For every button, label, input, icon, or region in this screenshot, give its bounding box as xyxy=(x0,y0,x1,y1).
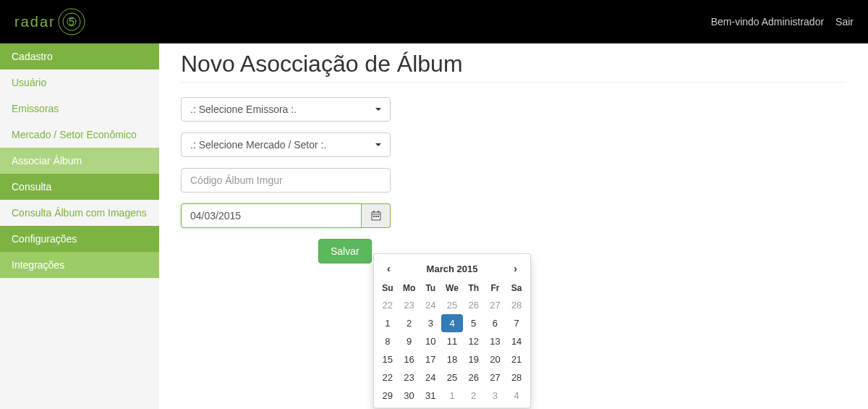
save-button[interactable]: Salvar xyxy=(318,239,372,263)
datepicker-day[interactable]: 14 xyxy=(506,332,527,350)
logo[interactable]: radar 5 xyxy=(14,7,86,36)
sidebar-item[interactable]: Emissoras xyxy=(0,96,159,122)
datepicker-day[interactable]: 25 xyxy=(441,296,463,314)
datepicker-dow: Su xyxy=(377,280,399,296)
emissora-dropdown[interactable]: .: Selecione Emissora :. xyxy=(181,97,391,122)
sidebar-header[interactable]: Cadastro xyxy=(0,43,159,69)
sidebar-item[interactable]: Usuário xyxy=(0,69,159,96)
datepicker-day[interactable]: 6 xyxy=(485,314,506,332)
emissora-dropdown-label: .: Selecione Emissora :. xyxy=(190,104,297,115)
logout-link[interactable]: Sair xyxy=(835,16,854,28)
sidebar-header[interactable]: Configurações xyxy=(0,226,159,252)
datepicker-day[interactable]: 24 xyxy=(420,368,441,387)
date-picker-button[interactable] xyxy=(362,203,391,228)
topbar: radar 5 Bem-vindo Administrador Sair xyxy=(0,0,868,43)
datepicker-dow: Sa xyxy=(506,280,527,296)
datepicker-day[interactable]: 3 xyxy=(420,314,441,332)
datepicker-day[interactable]: 29 xyxy=(377,387,399,405)
sidebar-header[interactable]: Integrações xyxy=(0,252,159,278)
datepicker-day[interactable]: 13 xyxy=(485,332,506,350)
datepicker-day[interactable]: 31 xyxy=(420,387,441,405)
datepicker-day[interactable]: 3 xyxy=(485,387,506,405)
calendar-icon xyxy=(371,211,381,221)
svg-rect-10 xyxy=(378,216,379,217)
radar-icon: 5 xyxy=(57,7,86,36)
svg-rect-9 xyxy=(375,216,377,217)
datepicker-dow: Mo xyxy=(399,280,420,296)
datepicker-day[interactable]: 26 xyxy=(463,296,485,314)
datepicker-day[interactable]: 26 xyxy=(463,368,485,387)
datepicker-day[interactable]: 25 xyxy=(441,368,463,387)
datepicker-day[interactable]: 12 xyxy=(463,332,485,350)
caret-down-icon xyxy=(375,143,381,146)
sidebar-header[interactable]: Consulta xyxy=(0,174,159,200)
datepicker-dow: We xyxy=(441,280,463,296)
datepicker-day[interactable]: 11 xyxy=(441,332,463,350)
datepicker-day[interactable]: 30 xyxy=(399,387,420,405)
datepicker-day[interactable]: 10 xyxy=(420,332,441,350)
datepicker-day[interactable]: 28 xyxy=(506,368,527,387)
sidebar-item[interactable]: Mercado / Setor Econômico xyxy=(0,122,159,148)
datepicker-day[interactable]: 22 xyxy=(377,296,399,314)
datepicker-popup: ‹ March 2015 › SuMoTuWeThFrSa 2223242526… xyxy=(373,253,531,408)
datepicker-day[interactable]: 23 xyxy=(399,368,420,387)
topbar-right: Bem-vindo Administrador Sair xyxy=(711,16,854,28)
datepicker-day[interactable]: 27 xyxy=(485,368,506,387)
codigo-input[interactable] xyxy=(181,168,391,193)
datepicker-dow: Th xyxy=(463,280,485,296)
svg-rect-8 xyxy=(373,216,375,217)
datepicker-day[interactable]: 22 xyxy=(377,368,399,387)
datepicker-day[interactable]: 16 xyxy=(399,350,420,368)
datepicker-next-button[interactable]: › xyxy=(508,260,523,277)
datepicker-day[interactable]: 17 xyxy=(420,350,441,368)
datepicker-day[interactable]: 20 xyxy=(485,350,506,368)
sidebar-item[interactable]: Associar Álbum xyxy=(0,148,159,174)
sidebar-item[interactable]: Consulta Álbum com Imagens xyxy=(0,200,159,226)
sidebar: CadastroUsuárioEmissorasMercado / Setor … xyxy=(0,43,159,409)
datepicker-day[interactable]: 23 xyxy=(399,296,420,314)
datepicker-table: SuMoTuWeThFrSa 2223242526272812345678910… xyxy=(377,280,527,405)
datepicker-day[interactable]: 8 xyxy=(377,332,399,350)
datepicker-title[interactable]: March 2015 xyxy=(427,263,478,274)
datepicker-day[interactable]: 24 xyxy=(420,296,441,314)
datepicker-day[interactable]: 7 xyxy=(506,314,527,332)
logo-text: radar xyxy=(14,14,56,30)
mercado-dropdown[interactable]: .: Selecione Mercado / Setor :. xyxy=(181,132,391,157)
datepicker-day[interactable]: 1 xyxy=(377,314,399,332)
datepicker-day[interactable]: 4 xyxy=(441,314,463,332)
datepicker-day[interactable]: 15 xyxy=(377,350,399,368)
datepicker-day[interactable]: 4 xyxy=(506,387,527,405)
datepicker-day[interactable]: 5 xyxy=(463,314,485,332)
svg-text:5: 5 xyxy=(69,16,75,28)
page-title: Novo Asocciação de Álbum xyxy=(181,51,846,83)
datepicker-prev-button[interactable]: ‹ xyxy=(381,260,396,277)
datepicker-day[interactable]: 21 xyxy=(506,350,527,368)
datepicker-day[interactable]: 19 xyxy=(463,350,485,368)
datepicker-day[interactable]: 9 xyxy=(399,332,420,350)
datepicker-day[interactable]: 2 xyxy=(463,387,485,405)
mercado-dropdown-label: .: Selecione Mercado / Setor :. xyxy=(190,139,326,151)
datepicker-dow: Fr xyxy=(485,280,506,296)
datepicker-dow: Tu xyxy=(420,280,441,296)
datepicker-day[interactable]: 18 xyxy=(441,350,463,368)
datepicker-day[interactable]: 2 xyxy=(399,314,420,332)
welcome-text: Bem-vindo Administrador xyxy=(711,16,824,28)
datepicker-day[interactable]: 1 xyxy=(441,387,463,405)
datepicker-day[interactable]: 27 xyxy=(485,296,506,314)
date-input[interactable] xyxy=(181,203,362,228)
caret-down-icon xyxy=(375,108,381,111)
datepicker-day[interactable]: 28 xyxy=(506,296,527,314)
